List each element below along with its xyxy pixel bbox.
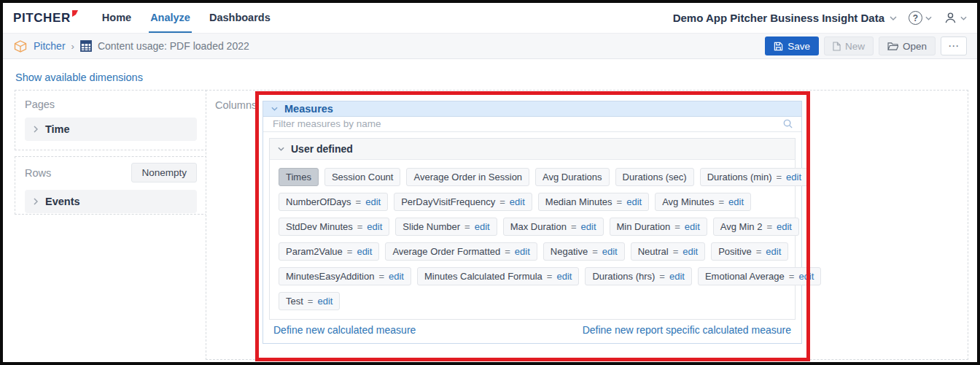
equals-symbol: = bbox=[464, 221, 470, 232]
measure-chip[interactable]: Emotional Average=edit bbox=[698, 267, 821, 285]
measure-chip[interactable]: Negative=edit bbox=[543, 242, 625, 261]
edit-measure-link[interactable]: edit bbox=[389, 271, 404, 282]
measure-chip-label: StdDev Minutes bbox=[286, 221, 353, 232]
measure-chip-label: Min Duration bbox=[617, 221, 671, 232]
measure-chip[interactable]: Durations (sec) bbox=[615, 168, 694, 186]
measure-chip[interactable]: Max Duration=edit bbox=[503, 218, 604, 236]
edit-measure-link[interactable]: edit bbox=[669, 271, 685, 282]
measure-chip[interactable]: Times bbox=[279, 168, 319, 186]
measure-chip-label: Positive bbox=[718, 246, 752, 257]
top-nav: PITCHER Home Analyze Dashboards Demo App… bbox=[3, 3, 977, 33]
measure-chip[interactable]: Average Order Formatted=edit bbox=[385, 242, 537, 261]
measures-panel-header[interactable]: Measures bbox=[263, 101, 801, 117]
toolbar: Pitcher › Content usage: PDF loaded 2022… bbox=[3, 33, 977, 59]
search-icon bbox=[782, 118, 793, 129]
measure-chip[interactable]: Durations (hrs)=edit bbox=[585, 267, 692, 285]
dimension-item-label: Time bbox=[45, 123, 70, 135]
columns-label: Columns bbox=[215, 99, 257, 111]
edit-measure-link[interactable]: edit bbox=[581, 221, 596, 232]
dimension-item-events[interactable]: Events bbox=[25, 190, 197, 213]
nav-right-cluster: Demo App Pitcher Business Insight Data ? bbox=[673, 3, 967, 33]
edit-measure-link[interactable]: edit bbox=[556, 271, 572, 282]
chevron-down-icon bbox=[960, 16, 967, 20]
edit-measure-link[interactable]: edit bbox=[602, 246, 618, 257]
measure-chip[interactable]: Avg Minutes=edit bbox=[655, 193, 751, 211]
measure-chip[interactable]: StdDev Minutes=edit bbox=[279, 218, 389, 236]
nav-item-analyze[interactable]: Analyze bbox=[149, 3, 192, 33]
measure-chip[interactable]: Minutes Calculated Formula=edit bbox=[417, 267, 579, 285]
measure-chip[interactable]: NumberOfDays=edit bbox=[279, 193, 388, 211]
measure-chip[interactable]: Median Minutes=edit bbox=[538, 193, 649, 211]
edit-measure-link[interactable]: edit bbox=[766, 246, 781, 257]
equals-symbol: = bbox=[571, 221, 577, 232]
table-icon bbox=[80, 40, 92, 52]
show-dimensions-link[interactable]: Show available dimensions bbox=[15, 72, 143, 83]
edit-measure-link[interactable]: edit bbox=[777, 221, 792, 232]
measure-chip-label: Durations (min) bbox=[707, 172, 772, 182]
dataset-selector[interactable]: Demo App Pitcher Business Insight Data bbox=[673, 12, 897, 24]
measure-chip-label: Avg Min 2 bbox=[720, 221, 763, 232]
measure-chip[interactable]: Min Duration=edit bbox=[610, 218, 707, 236]
measure-chip[interactable]: Session Count bbox=[324, 168, 401, 186]
measure-chip[interactable]: Avg Durations bbox=[535, 168, 609, 186]
edit-measure-link[interactable]: edit bbox=[798, 271, 814, 282]
edit-measure-link[interactable]: edit bbox=[317, 296, 332, 307]
measure-chip[interactable]: Durations (min)=edit bbox=[700, 168, 809, 186]
help-icon: ? bbox=[909, 11, 922, 25]
measure-chip-label: Durations (sec) bbox=[623, 172, 687, 182]
define-calculated-measure-link[interactable]: Define new calculated measure bbox=[273, 324, 416, 336]
equals-symbol: = bbox=[592, 246, 598, 257]
measure-chip[interactable]: Slide Number=edit bbox=[395, 218, 497, 236]
equals-symbol: = bbox=[499, 196, 505, 207]
dimension-item-time[interactable]: Time bbox=[25, 118, 197, 141]
edit-measure-link[interactable]: edit bbox=[365, 196, 381, 207]
equals-symbol: = bbox=[356, 196, 362, 207]
measure-chip[interactable]: Average Order in Session bbox=[406, 168, 529, 186]
nonempty-toggle-button[interactable]: Nonempty bbox=[131, 163, 197, 182]
pitcher-logo[interactable]: PITCHER bbox=[13, 3, 78, 33]
edit-measure-link[interactable]: edit bbox=[515, 246, 530, 257]
measure-chip[interactable]: Neutral=edit bbox=[631, 242, 705, 261]
measure-chip-label: Times bbox=[286, 172, 311, 182]
edit-measure-link[interactable]: edit bbox=[357, 246, 372, 257]
chevron-right-icon bbox=[34, 126, 38, 133]
breadcrumb-app-link[interactable]: Pitcher bbox=[34, 40, 66, 52]
measure-chip[interactable]: Positive=edit bbox=[711, 242, 788, 261]
open-folder-icon bbox=[887, 42, 898, 50]
new-button[interactable]: New bbox=[824, 36, 874, 55]
chevron-down-icon bbox=[890, 16, 897, 20]
edit-measure-link[interactable]: edit bbox=[475, 221, 490, 232]
measure-chip-label: Median Minutes bbox=[545, 196, 612, 207]
measure-chip[interactable]: Param2Value=edit bbox=[279, 242, 379, 261]
measure-chip[interactable]: Test=edit bbox=[279, 292, 340, 310]
rows-panel: Rows Nonempty Events bbox=[15, 156, 207, 215]
nav-item-home[interactable]: Home bbox=[101, 3, 133, 33]
help-menu[interactable]: ? bbox=[909, 11, 932, 25]
measure-chip-label: Durations (hrs) bbox=[592, 271, 655, 282]
measure-chip[interactable]: Avg Min 2=edit bbox=[713, 218, 799, 236]
edit-measure-link[interactable]: edit bbox=[682, 246, 698, 257]
measure-chip[interactable]: PerDayVisitFrequency=edit bbox=[394, 193, 532, 211]
edit-measure-link[interactable]: edit bbox=[728, 196, 744, 207]
user-icon bbox=[944, 11, 957, 25]
measure-chip-label: Minutes Calculated Formula bbox=[424, 271, 542, 282]
measure-chip[interactable]: MinutesEasyAddition=edit bbox=[279, 267, 411, 285]
edit-measure-link[interactable]: edit bbox=[786, 172, 801, 182]
edit-measure-link[interactable]: edit bbox=[367, 221, 382, 232]
user-defined-group-header[interactable]: User defined bbox=[270, 139, 795, 160]
define-report-specific-measure-link[interactable]: Define new report specific calculated me… bbox=[583, 324, 791, 336]
equals-symbol: = bbox=[357, 221, 363, 232]
user-menu[interactable] bbox=[944, 11, 967, 25]
edit-measure-link[interactable]: edit bbox=[510, 196, 525, 207]
nav-item-dashboards[interactable]: Dashboards bbox=[208, 3, 272, 33]
save-button[interactable]: Save bbox=[765, 36, 819, 55]
toolbar-actions: Save New Open ⋯ bbox=[765, 36, 967, 55]
measure-filter-input[interactable] bbox=[271, 118, 777, 130]
dimension-item-label: Events bbox=[45, 196, 80, 207]
edit-measure-link[interactable]: edit bbox=[685, 221, 700, 232]
open-button[interactable]: Open bbox=[879, 36, 936, 55]
more-actions-button[interactable]: ⋯ bbox=[941, 36, 967, 55]
equals-symbol: = bbox=[674, 221, 680, 232]
edit-measure-link[interactable]: edit bbox=[626, 196, 642, 207]
equals-symbol: = bbox=[756, 246, 762, 257]
